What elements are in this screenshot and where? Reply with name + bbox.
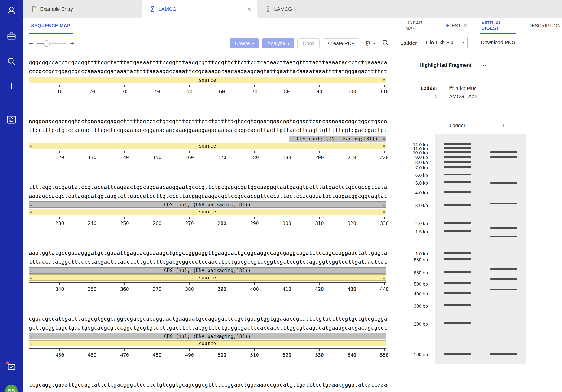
ruler-tick [352,349,352,351]
annotation-row: »CDS (nu1; (DNA packaging;181))» [29,333,386,339]
ruler-number: 240 [88,221,96,226]
sequence-line-top[interactable]: aaggaaacgacaggtgctgaaagcgaggctttttggcctc… [29,117,386,126]
chevron-left-icon: » [30,143,32,149]
ruler-number: 220 [380,155,389,160]
ruler-number: 350 [88,286,96,292]
sample-band [490,151,517,153]
zoom-out-icon[interactable]: − [29,40,33,47]
ladder-select[interactable]: Life 1 kb Plu ▾ [423,36,468,48]
chevron-right-icon: » [383,209,385,214]
tab-digest[interactable]: DIGEST× [442,18,468,34]
search-icon[interactable] [5,55,18,68]
tab-lamcg[interactable]: LAMCG× [142,0,257,18]
close-tab-icon[interactable]: × [464,23,467,29]
ruler-number: 40 [154,89,160,95]
sequence-block: ttttcggtgcgagtatccgtaccattcagaactggcagga… [29,183,386,229]
copy-button-label: Copy [303,40,314,47]
cds-annotation[interactable]: »CDS (nu1; (DNA packaging;181))» [29,333,386,339]
sequence-line-top[interactable]: tcgcaggtgaaattgccagtattctcgacgggctccccct… [29,380,386,389]
sequence-line-top[interactable]: ttttcggtgcgagtatccgtaccattcagaactggcagga… [29,183,386,192]
source-annotation[interactable]: »source» [29,143,386,149]
sequence-line-bottom[interactable]: tttaccatacggctttccctacgactttaactcttgcttt… [29,258,386,266]
tab-virtual-digest[interactable]: VIRTUAL DIGEST [480,18,515,34]
sync-folder-icon[interactable] [5,113,18,126]
copy-button[interactable]: Copy [297,38,320,48]
sample-band [490,278,517,280]
notification-badge [6,361,9,364]
search-button[interactable] [380,38,391,48]
settings-button[interactable]: ⚙ ▾ [363,38,377,48]
sequence-line-top[interactable]: aaatggtatgccgaaagggatgctgaaattgagaacgaaa… [29,249,386,258]
create-button[interactable]: Create ▾ [230,38,259,48]
gel-lane-header: Ladder [444,123,471,129]
tab-description[interactable]: DESCRIPTION [527,18,562,34]
band-size-label: 5.0 kb [397,180,428,186]
cds-annotation[interactable]: »CDS (nu1; (DNA packaging;181))» [29,267,386,273]
briefcase-icon[interactable] [5,30,18,42]
source-annotation[interactable]: »source» [29,209,386,215]
ladder-band [444,258,471,260]
cds-annotation[interactable]: CDS (nu1; (DN...kaging;181))» [289,136,386,142]
create-pdf-button[interactable]: Create PDF [323,38,360,48]
band-size-label: 850 bp [397,257,428,262]
avatar-icon[interactable] [5,5,18,17]
ladder-band [444,147,471,149]
tab-linear-map[interactable]: LINEAR MAP [404,18,431,34]
tab-sequence-map[interactable]: SEQUENCE MAP [29,18,73,34]
zoom-in-icon[interactable]: + [70,40,75,47]
zoom-slider[interactable] [37,43,66,44]
ruler-number: 150 [153,155,161,160]
ruler-tick [59,85,60,87]
band-size-label: 1.0 kb [397,251,428,257]
user-avatar[interactable]: SS [5,385,18,392]
sequence-block: aaggaaacgacaggtgctgaaagcgaggctttttggcctc… [29,117,386,164]
sequence-line-top[interactable]: gggcggcgacctcgcgggttttcgctatttatgaaaattt… [29,58,386,67]
gel-image [435,134,526,364]
band-size-label: 100 bp [397,352,428,357]
ruler-tick [222,151,222,153]
annotation-label: source [199,77,216,83]
source-annotation[interactable]: source» [29,77,386,83]
ruler-tick [189,151,190,153]
sequence-subtab-row: SEQUENCE MAP [23,18,397,34]
close-tab-icon[interactable]: × [247,5,251,13]
ruler-number: 340 [55,286,64,292]
sequence-line-bottom[interactable]: gcttgcggtagctgaatgcgcacgcgtccggctgcgtgtc… [29,323,386,332]
ruler-number: 280 [218,221,226,226]
sample-band [490,182,517,184]
ladder-band [444,271,471,273]
analyze-button[interactable]: Analyze ▾ [262,38,294,48]
sequence-line-top[interactable]: cgaacgccatcgacttacgcgtgcgcaggccgacgcacag… [29,314,386,323]
sequence-line-bottom[interactable]: cccgccgctggagcgcccaaaagcgataaatacttttaaa… [29,67,386,76]
sequence-ruler: 102030405060708090100110 [29,85,386,98]
ruler-tick [92,217,92,219]
chevron-down-icon: ▾ [373,42,375,45]
source-annotation[interactable]: »source» [29,274,386,281]
tab-example-entry[interactable]: Example Entry [23,0,142,18]
main-area: Example EntryLAMCG×LAMCG SEQUENCE MAP − … [23,0,562,392]
tab-lamcg[interactable]: LAMCG [257,0,325,18]
ruler-tick [92,85,92,87]
sequence-line-bottom[interactable]: aaaagccacgctcataggcatggtaagtcttgaccgtcct… [29,192,386,201]
annotation-label: CDS (nu1; (DNA packaging;181)) [164,268,251,273]
ruler-number: 390 [218,286,226,292]
ladder-band [444,230,471,232]
sequence-line-bottom[interactable]: agcgtccactttaacggtcataagagctgcccgaggggga… [29,389,386,392]
source-annotation[interactable]: »source» [29,340,386,346]
notifications-icon[interactable] [5,361,18,373]
sequence-content[interactable]: gggcggcgacctcgcgggttttcgctatttatgaaaattt… [23,53,397,392]
avatar-initials: SS [5,385,18,392]
sequence-line-bottom[interactable]: ttcctttgctgtccacgactttcgctccgaaaaaccggag… [29,126,386,135]
band-size-label: 4.0 kb [397,190,428,196]
ruler-number: 430 [348,286,356,292]
plus-icon[interactable] [5,80,18,92]
cds-annotation[interactable]: »CDS (nu1; (DNA packaging;181))» [29,202,386,208]
ruler-tick [157,85,157,87]
zoom-slider-knob[interactable] [44,40,50,47]
download-png-button[interactable]: Download PNG [478,36,519,48]
ruler-number: 490 [185,352,194,358]
sequence-block: tcgcaggtgaaattgccagtattctcgacgggctccccct… [29,380,386,392]
content-area: SEQUENCE MAP − + Create ▾ [23,18,562,392]
chevron-left-icon: » [30,209,32,214]
ruler-tick [287,151,287,153]
